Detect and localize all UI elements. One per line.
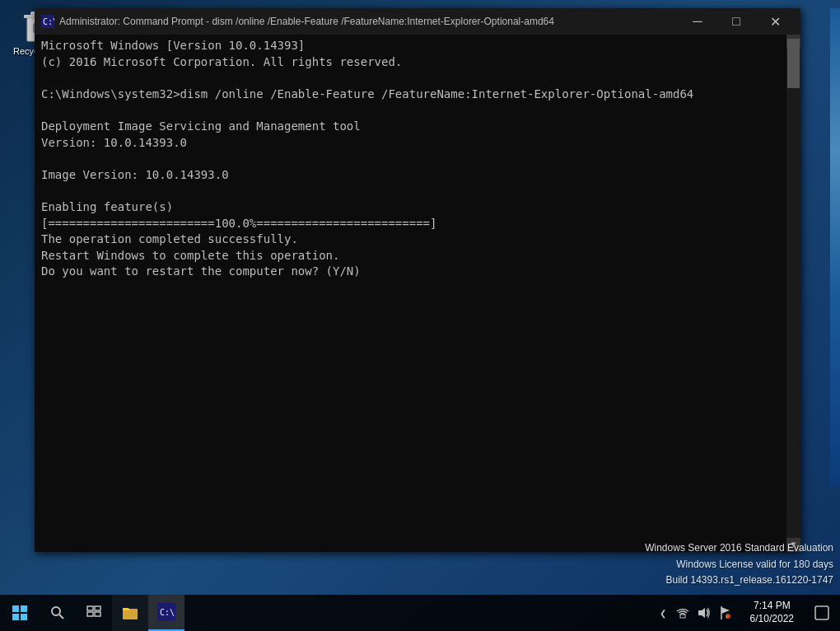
svg-rect-6 [21, 605, 27, 612]
tray-flag-icon[interactable]: ! [717, 605, 734, 621]
svg-rect-24 [815, 606, 828, 619]
notification-center-button[interactable] [804, 595, 840, 631]
svg-text:C:\: C:\ [160, 608, 175, 617]
tray-overflow-button[interactable]: ❮ [656, 605, 670, 621]
svg-marker-19 [698, 608, 705, 618]
cmd-taskbar-button[interactable]: C:\ [148, 595, 184, 631]
server-info-line3: Build 14393.rs1_release.161220-1747 [645, 573, 833, 588]
cmd-taskbar-icon: C:\ [157, 603, 175, 621]
svg-text:C:\: C:\ [43, 17, 54, 26]
cmd-window: C:\ Administrator: Command Prompt - dism… [35, 8, 800, 552]
svg-rect-11 [87, 606, 93, 610]
server-info-line1: Windows Server 2016 Standard Evaluation [645, 540, 833, 556]
desktop: Recycle Bin C:\ Administrator: Command P… [0, 0, 840, 631]
titlebar-buttons: ─ □ ✕ [679, 8, 794, 35]
svg-rect-8 [21, 614, 27, 620]
clock-date: 6/10/2022 [750, 613, 794, 626]
svg-rect-12 [95, 606, 100, 610]
volume-icon [698, 606, 711, 619]
cmd-title-icon: C:\ [41, 15, 54, 28]
server-info-line2: Windows License valid for 180 days [645, 557, 833, 573]
svg-marker-21 [721, 607, 730, 614]
windows-logo-icon [12, 605, 28, 621]
svg-rect-13 [87, 612, 93, 616]
cmd-output: Microsoft Windows [Version 10.0.14393] (… [41, 38, 794, 280]
search-icon [50, 605, 65, 620]
minimize-button[interactable]: ─ [679, 8, 716, 35]
tray-volume-icon[interactable] [696, 605, 712, 621]
taskbar: C:\ ❮ [0, 595, 840, 631]
svg-rect-18 [680, 615, 685, 618]
task-view-icon [86, 605, 101, 620]
cmd-scrollbar[interactable]: ▲ ▼ [786, 35, 800, 552]
svg-line-10 [59, 615, 63, 619]
right-accent-bar [830, 8, 840, 486]
system-clock[interactable]: 7:14 PM 6/10/2022 [740, 595, 804, 631]
svg-rect-5 [12, 605, 19, 612]
scrollbar-thumb[interactable] [787, 39, 800, 88]
task-view-button[interactable] [76, 595, 112, 631]
tray-network-icon[interactable] [674, 605, 691, 621]
system-tray: ❮ [650, 595, 740, 631]
file-explorer-button[interactable] [112, 595, 148, 631]
svg-point-9 [52, 607, 60, 615]
clock-time: 7:14 PM [754, 600, 791, 613]
cmd-titlebar: C:\ Administrator: Command Prompt - dism… [35, 8, 800, 35]
svg-rect-7 [12, 614, 19, 620]
cmd-title-text: Administrator: Command Prompt - dism /on… [59, 16, 679, 27]
svg-rect-14 [95, 612, 100, 616]
flag-icon: ! [720, 606, 731, 619]
maximize-button[interactable]: □ [717, 8, 755, 35]
server-watermark: Windows Server 2016 Standard Evaluation … [645, 540, 833, 588]
network-icon [676, 606, 689, 619]
search-button[interactable] [40, 595, 76, 631]
cmd-content-area[interactable]: Microsoft Windows [Version 10.0.14393] (… [35, 35, 800, 552]
start-button[interactable] [0, 595, 40, 631]
file-explorer-icon [121, 604, 139, 622]
notification-icon [814, 605, 829, 620]
close-button[interactable]: ✕ [756, 8, 794, 35]
